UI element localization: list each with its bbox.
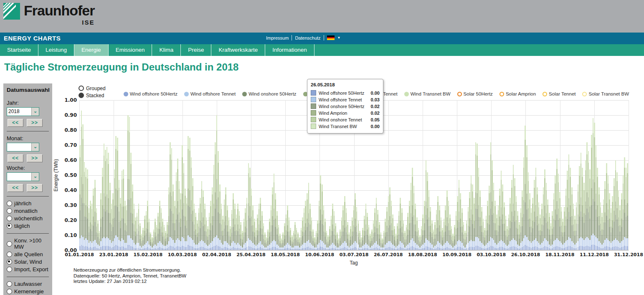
legend-item-wind-transnet-bw[interactable]: Wind Transnet BW — [404, 91, 451, 96]
bar-segment-wind-offshore-tennet — [556, 238, 558, 246]
impressum-link[interactable]: Impressum — [266, 35, 289, 40]
bar-segment-wind-onshore-50hertz — [275, 227, 276, 242]
year-prev-button[interactable]: << — [8, 119, 23, 127]
bar-segment-wind-onshore-tennet — [91, 209, 93, 224]
day-bar — [179, 181, 180, 250]
legend-item-wind-offshore-50hertz[interactable]: Wind offshore 50Hertz — [124, 91, 177, 96]
source-option-laufwasser[interactable]: Laufwasser — [7, 281, 50, 287]
datenschutz-link[interactable]: Datenschutz — [295, 35, 320, 40]
interval-option-j-hrlich[interactable]: jährlich — [7, 200, 50, 207]
bar-segment-wind-onshore-tennet — [275, 199, 276, 219]
source-set-option-solar-wind[interactable]: Solar, Wind — [7, 259, 50, 265]
day-bar — [286, 214, 287, 250]
bar-segment-wind-amprion — [510, 221, 511, 228]
german-flag-icon[interactable] — [327, 35, 335, 40]
day-bar — [477, 144, 478, 250]
bar-segment-wind-amprion — [127, 179, 129, 199]
source-option-kernenergie[interactable]: Kernenergie — [7, 288, 50, 295]
source-set-option-alle-quellen[interactable]: alle Quellen — [7, 251, 50, 257]
bar-segment-wind-offshore-tennet — [475, 237, 477, 246]
bar-segment-wind-amprion — [499, 217, 500, 225]
tab-kraftwerkskarte[interactable]: Kraftwerkskarte — [211, 44, 265, 56]
interval-option-t-glich[interactable]: täglich — [7, 223, 50, 229]
bar-segment-wind-onshore-tennet — [79, 157, 81, 194]
bar-segment-wind-onshore-tennet — [362, 230, 363, 237]
bar-segment-wind-offshore-tennet — [546, 240, 547, 247]
fraunhofer-logo[interactable]: Fraunhofer ISE — [3, 3, 94, 26]
bar-segment-wind-offshore-tennet — [189, 237, 190, 246]
x-tick-label: 10.06.2018 — [305, 252, 335, 257]
bar-segment-wind-onshore-50hertz — [256, 240, 257, 246]
bar-segment-wind-onshore-50hertz — [104, 209, 105, 237]
bar-segment-wind-offshore-tennet — [365, 243, 367, 248]
bar-segment-wind-amprion — [424, 223, 425, 230]
interval-option-w-chentlich[interactable]: wöchentlich — [7, 215, 50, 222]
bar-segment-wind-onshore-50hertz — [278, 240, 279, 246]
tab-leistung[interactable]: Leistung — [38, 44, 74, 56]
bar-segment-wind-offshore-tennet — [269, 245, 270, 248]
tab-klima[interactable]: Klima — [152, 44, 181, 56]
legend-item-solar-50hertz[interactable]: Solar 50Hertz — [457, 91, 493, 96]
mode-option-grouped[interactable]: Grouped — [79, 85, 106, 92]
bar-segment-wind-onshore-tennet — [224, 205, 225, 222]
day-bar — [486, 216, 487, 250]
week-select[interactable]: ⌄ — [7, 172, 39, 181]
bar-segment-wind-onshore-tennet — [535, 177, 537, 205]
tab-informationen[interactable]: Informationen — [265, 44, 314, 56]
month-select[interactable]: ⌄ — [7, 143, 39, 151]
month-next-button[interactable]: >> — [27, 154, 43, 162]
bar-segment-wind-offshore-tennet — [218, 238, 219, 246]
year-select-arrow-icon[interactable]: ⌄ — [31, 108, 39, 116]
bar-segment-wind-transnet-bw — [448, 201, 449, 206]
month-select-arrow-icon[interactable]: ⌄ — [31, 143, 39, 151]
bar-segment-wind-amprion — [601, 229, 603, 235]
bar-segment-wind-transnet-bw — [388, 196, 389, 202]
interval-option-monatlich[interactable]: monatlich — [7, 208, 50, 214]
mode-option-stacked[interactable]: Stacked — [79, 92, 106, 99]
tab-emissionen[interactable]: Emissionen — [109, 44, 152, 56]
legend-item-solar-tennet[interactable]: Solar Tennet — [543, 91, 576, 96]
bar-segment-wind-onshore-tennet — [353, 210, 355, 225]
week-prev-button[interactable]: << — [8, 184, 23, 192]
bar-segment-wind-onshore-tennet — [623, 184, 624, 209]
bar-segment-wind-transnet-bw — [134, 204, 135, 209]
source-set-option-import-export[interactable]: Import, Export — [7, 266, 50, 272]
bar-segment-wind-amprion — [296, 237, 297, 240]
week-select-arrow-icon[interactable]: ⌄ — [31, 173, 39, 181]
bar-segment-wind-offshore-tennet — [517, 245, 518, 248]
month-prev-button[interactable]: << — [8, 154, 23, 162]
legend-item-solar-transnet-bw[interactable]: Solar Transnet BW — [582, 91, 629, 96]
tab-startseite[interactable]: Startseite — [0, 44, 38, 56]
tab-preise[interactable]: Preise — [181, 44, 211, 56]
legend-item-solar-amprion[interactable]: Solar Amprion — [499, 91, 536, 96]
bar-segment-wind-transnet-bw — [234, 204, 236, 209]
bar-segment-wind-onshore-50hertz — [207, 240, 208, 246]
bar-segment-wind-onshore-tennet — [573, 209, 574, 224]
language-dropdown-caret-icon[interactable]: ▼ — [337, 36, 341, 40]
year-select[interactable]: 2018 ⌄ — [7, 107, 39, 116]
legend-item-wind-offshore-tennet[interactable]: Wind offshore Tennet — [184, 91, 236, 96]
week-next-button[interactable]: >> — [27, 184, 43, 192]
legend-item-wind-onshore-50hertz[interactable]: Wind onshore 50Hertz — [242, 91, 296, 96]
tab-energie[interactable]: Energie — [74, 44, 109, 56]
day-bar — [274, 174, 275, 250]
day-bar — [326, 231, 327, 250]
day-bar — [168, 187, 170, 250]
bar-segment-wind-onshore-50hertz — [549, 235, 550, 245]
source-set-option-konv-100-mw[interactable]: Konv. >100 MW — [7, 237, 50, 250]
bar-segment-wind-amprion — [398, 229, 400, 234]
bar-segment-wind-offshore-tennet — [516, 241, 517, 247]
day-bar — [618, 190, 619, 250]
bar-segment-wind-onshore-50hertz — [499, 226, 500, 242]
bar-segment-wind-offshore-tennet — [406, 246, 407, 249]
day-bar — [461, 208, 463, 250]
day-bar — [155, 219, 156, 250]
bar-segment-wind-offshore-tennet — [204, 243, 205, 248]
day-bar — [501, 171, 502, 250]
bar-segment-wind-onshore-tennet — [373, 224, 374, 233]
bar-segment-wind-offshore-tennet — [212, 241, 213, 247]
bar-segment-wind-amprion — [355, 219, 356, 227]
bar-segment-wind-offshore-tennet — [102, 238, 103, 246]
bar-segment-wind-transnet-bw — [561, 207, 562, 212]
year-next-button[interactable]: >> — [27, 119, 43, 127]
